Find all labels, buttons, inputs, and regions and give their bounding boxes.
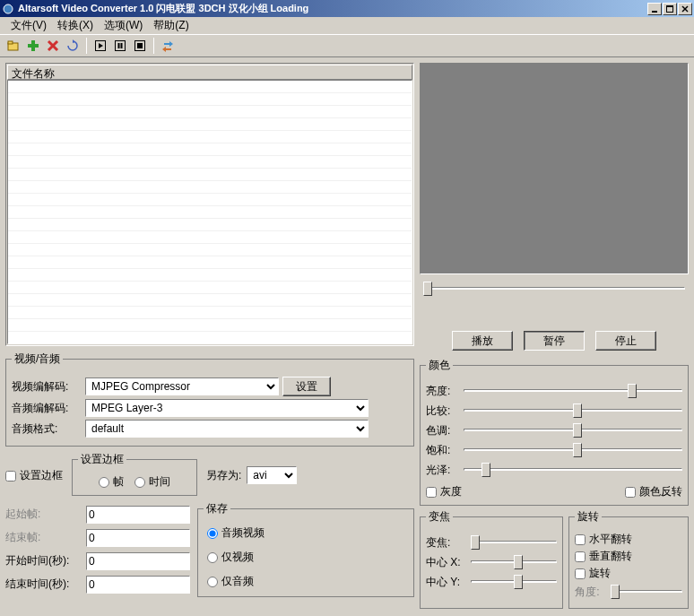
start-time-label: 开始时间(秒): (5, 553, 81, 568)
svg-rect-19 (137, 43, 143, 48)
file-list-header[interactable]: 文件名称 (7, 65, 412, 80)
zoom-group: 变焦 变焦: 中心 X: 中心 Y: (420, 509, 563, 609)
end-time-label: 结束时间(秒): (5, 577, 81, 592)
zoom-label: 变焦: (426, 535, 465, 551)
minimize-button[interactable] (647, 3, 662, 15)
angle-slider[interactable] (611, 583, 682, 601)
color-group: 颜色 亮度: 比较: 色调: 饱和: 光泽: 灰度 颜色反转 (420, 358, 689, 506)
pause-icon[interactable] (111, 37, 129, 55)
svg-rect-15 (116, 41, 126, 51)
grayscale-checkbox[interactable]: 灰度 (426, 484, 462, 499)
start-time-input[interactable] (86, 552, 190, 570)
toolbar (0, 34, 694, 57)
border-options-group: 设置边框 帧 时间 (72, 452, 197, 496)
saturation-label: 饱和: (426, 443, 458, 458)
pause-button[interactable]: 暂停 (524, 331, 585, 351)
open-file-icon[interactable] (4, 37, 22, 55)
start-frame-input[interactable] (86, 506, 190, 524)
audio-format-label: 音频格式: (12, 421, 82, 437)
toolbar-separator (86, 38, 87, 54)
audio-format-select[interactable]: default (85, 420, 369, 438)
svg-marker-14 (99, 43, 103, 48)
angle-label: 角度: (575, 585, 605, 600)
centerx-label: 中心 X: (426, 555, 465, 570)
invert-checkbox[interactable]: 颜色反转 (625, 484, 682, 499)
menu-bar: 文件(V) 转换(X) 选项(W) 帮助(Z) (0, 17, 694, 34)
centerx-slider[interactable] (471, 553, 557, 571)
border-frame-radio[interactable]: 帧 (99, 474, 124, 490)
gamma-label: 光泽: (426, 463, 458, 478)
menu-help[interactable]: 帮助(Z) (148, 16, 194, 35)
brightness-label: 亮度: (426, 384, 458, 399)
rotate-group: 旋转 水平翻转 垂直翻转 旋转 角度: (568, 509, 689, 609)
end-frame-label: 结束帧: (5, 530, 81, 545)
svg-rect-1 (652, 11, 657, 13)
save-audio-radio[interactable]: 仅音频 (207, 574, 404, 589)
svg-rect-16 (118, 43, 120, 48)
video-audio-legend: 视频/音频 (12, 351, 63, 367)
add-icon[interactable] (24, 37, 42, 55)
flipv-checkbox[interactable]: 垂直翻转 (575, 549, 682, 564)
title-bar: Altarsoft Video Converter 1.0 闪电联盟 3DCH … (0, 0, 694, 17)
svg-rect-9 (28, 44, 39, 48)
border-time-radio[interactable]: 时间 (134, 474, 170, 490)
set-border-checkbox[interactable]: 设置边框 (5, 468, 63, 483)
seek-slider[interactable] (423, 280, 685, 324)
menu-file[interactable]: 文件(V) (5, 16, 52, 35)
play-icon[interactable] (91, 37, 109, 55)
window-title: Altarsoft Video Converter 1.0 闪电联盟 3DCH … (18, 2, 647, 15)
video-audio-group: 视频/音频 视频编解码: MJPEG Compressor 设置 音频编解码: … (5, 351, 414, 447)
toolbar-separator (153, 38, 154, 54)
centery-label: 中心 Y: (426, 575, 465, 590)
hue-label: 色调: (426, 423, 458, 438)
gamma-slider[interactable] (464, 461, 682, 479)
convert-icon[interactable] (159, 37, 177, 55)
menu-convert[interactable]: 转换(X) (52, 16, 99, 35)
menu-options[interactable]: 选项(W) (99, 16, 148, 35)
save-video-radio[interactable]: 仅视频 (207, 550, 404, 565)
video-codec-select[interactable]: MJPEG Compressor (85, 377, 279, 395)
stop-icon[interactable] (131, 37, 149, 55)
svg-rect-7 (8, 41, 13, 44)
contrast-label: 比较: (426, 403, 458, 419)
video-codec-label: 视频编解码: (12, 379, 82, 395)
delete-icon[interactable] (44, 37, 62, 55)
svg-rect-3 (666, 5, 673, 7)
svg-rect-17 (121, 43, 123, 48)
fliph-checkbox[interactable]: 水平翻转 (575, 532, 682, 547)
video-preview (420, 63, 689, 274)
app-icon (2, 3, 14, 15)
brightness-slider[interactable] (464, 382, 682, 400)
zoom-slider[interactable] (471, 534, 557, 551)
saveas-label: 另存为: (206, 468, 241, 483)
audio-codec-label: 音频编解码: (12, 401, 82, 416)
play-button[interactable]: 播放 (452, 331, 513, 351)
start-frame-label: 起始帧: (5, 507, 81, 522)
save-av-radio[interactable]: 音频视频 (207, 525, 404, 541)
file-list-panel: 文件名称 (5, 63, 414, 346)
contrast-slider[interactable] (464, 402, 682, 420)
maximize-button[interactable] (663, 3, 677, 15)
end-time-input[interactable] (86, 576, 190, 594)
end-frame-input[interactable] (86, 529, 190, 547)
file-list[interactable] (7, 80, 412, 344)
svg-point-0 (4, 4, 13, 13)
save-group: 保存 音频视频 仅视频 仅音频 (197, 501, 414, 597)
codec-settings-button[interactable]: 设置 (282, 377, 331, 396)
stop-button[interactable]: 停止 (595, 331, 656, 351)
close-button[interactable] (678, 3, 692, 15)
hue-slider[interactable] (464, 421, 682, 439)
centery-slider[interactable] (471, 573, 557, 591)
refresh-icon[interactable] (64, 37, 82, 55)
rotate-checkbox[interactable]: 旋转 (575, 566, 682, 581)
saveas-select[interactable]: avi (247, 466, 297, 484)
audio-codec-select[interactable]: MPEG Layer-3 (85, 399, 369, 417)
saturation-slider[interactable] (464, 441, 682, 459)
